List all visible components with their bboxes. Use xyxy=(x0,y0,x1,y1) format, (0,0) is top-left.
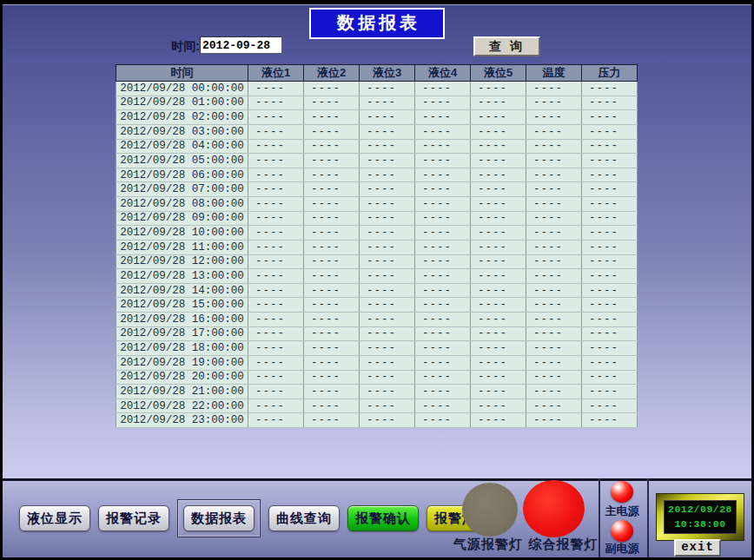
column-header: 液位1 xyxy=(248,65,304,82)
cell-value: ---- xyxy=(471,154,526,168)
cell-time: 2012/09/28 10:00:00 xyxy=(116,226,248,240)
cell-value: ---- xyxy=(360,341,415,356)
cell-value: ---- xyxy=(360,139,415,154)
cell-value: ---- xyxy=(304,413,360,428)
cell-value: ---- xyxy=(248,124,304,139)
nav-button-2[interactable]: 报警记录 xyxy=(98,505,169,531)
cell-value: ---- xyxy=(360,226,415,240)
nav-button-3[interactable]: 数据报表 xyxy=(183,505,255,531)
table-row: 2012/09/28 01:00:00---------------------… xyxy=(116,96,638,110)
cell-time: 2012/09/28 00:00:00 xyxy=(116,82,248,96)
cell-value: ---- xyxy=(471,254,526,269)
cell-value: ---- xyxy=(304,399,360,413)
cell-value: ---- xyxy=(582,110,638,125)
cell-value: ---- xyxy=(526,341,582,356)
cell-value: ---- xyxy=(248,240,304,254)
cell-value: ---- xyxy=(471,355,526,370)
table-row: 2012/09/28 05:00:00---------------------… xyxy=(116,154,638,168)
cell-value: ---- xyxy=(304,341,360,356)
cell-value: ---- xyxy=(360,413,415,428)
cell-value: ---- xyxy=(360,197,415,212)
page-title: 数据报表 xyxy=(309,8,445,39)
cell-value: ---- xyxy=(360,82,415,96)
cell-value: ---- xyxy=(526,313,582,327)
nav-button-5[interactable]: 报警确认 xyxy=(347,505,419,531)
bottom-bar-divider-2 xyxy=(647,478,649,557)
table-row: 2012/09/28 02:00:00---------------------… xyxy=(116,110,638,125)
cell-value: ---- xyxy=(582,413,638,428)
cell-value: ---- xyxy=(248,110,304,125)
nav-button-1[interactable]: 液位显示 xyxy=(19,505,90,531)
table-row: 2012/09/28 13:00:00---------------------… xyxy=(116,269,638,284)
cell-value: ---- xyxy=(360,269,415,284)
cell-value: ---- xyxy=(360,154,415,168)
cell-value: ---- xyxy=(248,370,304,385)
cell-value: ---- xyxy=(526,139,582,154)
nav-active-frame: 数据报表 xyxy=(177,499,261,537)
column-header: 压力 xyxy=(582,65,638,82)
cell-value: ---- xyxy=(471,139,526,154)
cell-value: ---- xyxy=(360,254,415,269)
cell-value: ---- xyxy=(304,168,360,182)
cell-value: ---- xyxy=(360,313,415,327)
cell-time: 2012/09/28 12:00:00 xyxy=(116,254,248,269)
nav-button-4[interactable]: 曲线查询 xyxy=(268,505,340,531)
cell-time: 2012/09/28 11:00:00 xyxy=(116,240,248,254)
general-alarm-lamp xyxy=(523,480,585,537)
column-header: 液位3 xyxy=(360,65,415,82)
air-source-alarm-lamp xyxy=(462,483,518,537)
cell-value: ---- xyxy=(360,355,415,370)
cell-value: ---- xyxy=(248,399,304,413)
cell-value: ---- xyxy=(248,197,304,212)
cell-value: ---- xyxy=(582,139,638,154)
table-header: 时间液位1液位2液位3液位4液位5温度压力 xyxy=(116,65,638,82)
cell-value: ---- xyxy=(304,313,360,327)
cell-time: 2012/09/28 06:00:00 xyxy=(116,168,248,182)
cell-value: ---- xyxy=(526,211,582,226)
cell-value: ---- xyxy=(526,298,582,313)
cell-value: ---- xyxy=(360,385,415,399)
header-row: 时间液位1液位2液位3液位4液位5温度压力 xyxy=(116,65,638,82)
time-input[interactable] xyxy=(200,36,282,54)
cell-value: ---- xyxy=(471,182,526,197)
cell-value: ---- xyxy=(526,154,582,168)
cell-value: ---- xyxy=(471,124,526,139)
cell-value: ---- xyxy=(360,370,415,385)
cell-time: 2012/09/28 03:00:00 xyxy=(116,124,248,139)
table-row: 2012/09/28 17:00:00---------------------… xyxy=(116,326,638,341)
table-row: 2012/09/28 20:00:00---------------------… xyxy=(116,370,638,385)
cell-value: ---- xyxy=(304,226,360,240)
cell-value: ---- xyxy=(582,385,638,399)
cell-value: ---- xyxy=(526,413,582,428)
cell-time: 2012/09/28 15:00:00 xyxy=(116,298,248,313)
cell-value: ---- xyxy=(582,254,638,269)
datetime-screen: 2012/09/28 10:38:00 xyxy=(664,500,737,534)
cell-value: ---- xyxy=(415,197,471,212)
cell-value: ---- xyxy=(415,139,471,154)
cell-value: ---- xyxy=(526,269,582,284)
cell-value: ---- xyxy=(415,298,471,313)
cell-value: ---- xyxy=(248,154,304,168)
cell-value: ---- xyxy=(248,269,304,284)
clock-time: 10:38:00 xyxy=(674,517,725,532)
cell-value: ---- xyxy=(415,413,471,428)
cell-value: ---- xyxy=(415,182,471,197)
cell-value: ---- xyxy=(304,355,360,370)
cell-value: ---- xyxy=(248,341,304,356)
cell-time: 2012/09/28 22:00:00 xyxy=(116,399,248,413)
cell-value: ---- xyxy=(415,82,471,96)
hmi-screen: 数据报表 时间: 查 询 时间液位1液位2液位3液位4液位5温度压力 2012/… xyxy=(0,0,754,560)
cell-value: ---- xyxy=(582,355,638,370)
clock-date: 2012/09/28 xyxy=(668,503,732,517)
cell-value: ---- xyxy=(415,385,471,399)
report-table-wrap: 时间液位1液位2液位3液位4液位5温度压力 2012/09/28 00:00:0… xyxy=(116,64,637,428)
table-row: 2012/09/28 16:00:00---------------------… xyxy=(116,313,638,327)
query-button[interactable]: 查 询 xyxy=(473,36,540,56)
cell-value: ---- xyxy=(304,298,360,313)
cell-value: ---- xyxy=(582,240,638,254)
cell-value: ---- xyxy=(526,283,582,298)
cell-value: ---- xyxy=(582,154,638,168)
cell-value: ---- xyxy=(360,110,415,125)
column-header: 温度 xyxy=(526,65,582,82)
exit-button[interactable]: exit xyxy=(674,539,721,557)
